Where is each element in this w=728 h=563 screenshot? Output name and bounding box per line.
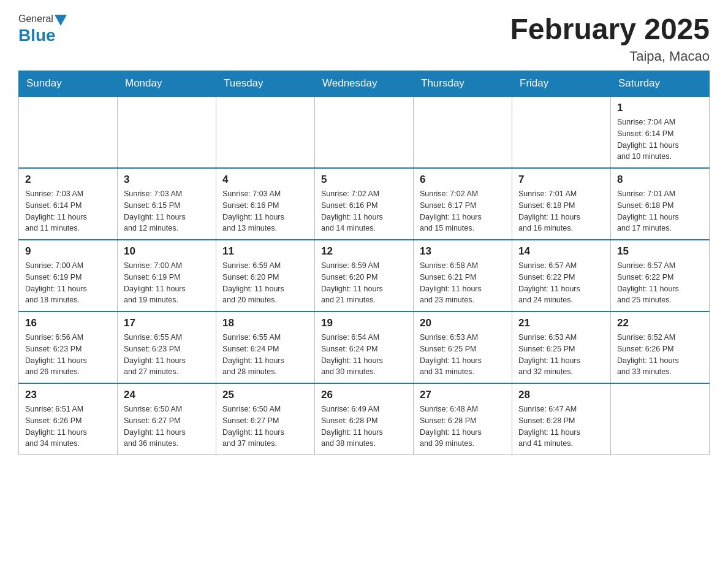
day-number: 4 [222, 174, 308, 186]
day-info: Sunrise: 6:50 AM Sunset: 6:27 PM Dayligh… [124, 404, 210, 450]
day-info: Sunrise: 7:01 AM Sunset: 6:18 PM Dayligh… [518, 188, 604, 234]
calendar-cell [19, 96, 118, 168]
calendar-cell: 3Sunrise: 7:03 AM Sunset: 6:15 PM Daylig… [118, 168, 216, 240]
calendar-cell: 16Sunrise: 6:56 AM Sunset: 6:23 PM Dayli… [19, 312, 118, 383]
calendar-cell: 19Sunrise: 6:54 AM Sunset: 6:24 PM Dayli… [315, 312, 414, 383]
header-sunday: Sunday [19, 71, 118, 97]
subtitle: Taipa, Macao [510, 48, 710, 64]
day-info: Sunrise: 6:56 AM Sunset: 6:23 PM Dayligh… [25, 332, 111, 378]
calendar-cell: 22Sunrise: 6:52 AM Sunset: 6:26 PM Dayli… [611, 312, 710, 383]
day-number: 16 [25, 317, 111, 329]
day-info: Sunrise: 6:58 AM Sunset: 6:21 PM Dayligh… [420, 260, 506, 306]
day-number: 1 [617, 102, 703, 114]
day-info: Sunrise: 7:02 AM Sunset: 6:16 PM Dayligh… [321, 188, 407, 234]
day-number: 7 [518, 174, 604, 186]
calendar-cell: 14Sunrise: 6:57 AM Sunset: 6:22 PM Dayli… [512, 240, 611, 312]
week-row-3: 9Sunrise: 7:00 AM Sunset: 6:19 PM Daylig… [19, 240, 710, 312]
day-number: 15 [617, 245, 703, 258]
day-info: Sunrise: 7:00 AM Sunset: 6:19 PM Dayligh… [124, 260, 210, 306]
calendar-cell: 12Sunrise: 6:59 AM Sunset: 6:20 PM Dayli… [315, 240, 414, 312]
calendar-cell: 26Sunrise: 6:49 AM Sunset: 6:28 PM Dayli… [315, 383, 414, 455]
day-number: 2 [25, 174, 111, 186]
day-number: 21 [518, 317, 604, 329]
day-number: 25 [222, 389, 308, 401]
day-info: Sunrise: 6:55 AM Sunset: 6:24 PM Dayligh… [222, 332, 308, 378]
week-row-2: 2Sunrise: 7:03 AM Sunset: 6:14 PM Daylig… [19, 168, 710, 240]
week-row-4: 16Sunrise: 6:56 AM Sunset: 6:23 PM Dayli… [19, 312, 710, 383]
calendar-cell [315, 96, 414, 168]
calendar-cell: 17Sunrise: 6:55 AM Sunset: 6:23 PM Dayli… [118, 312, 216, 383]
day-number: 27 [420, 389, 506, 401]
day-number: 10 [124, 245, 210, 258]
day-number: 8 [617, 174, 703, 186]
calendar-cell: 10Sunrise: 7:00 AM Sunset: 6:19 PM Dayli… [118, 240, 216, 312]
day-number: 14 [518, 245, 604, 258]
day-number: 9 [25, 245, 111, 258]
calendar-cell: 15Sunrise: 6:57 AM Sunset: 6:22 PM Dayli… [611, 240, 710, 312]
calendar-cell: 7Sunrise: 7:01 AM Sunset: 6:18 PM Daylig… [512, 168, 611, 240]
header-saturday: Saturday [611, 71, 710, 97]
calendar-cell: 23Sunrise: 6:51 AM Sunset: 6:26 PM Dayli… [19, 383, 118, 455]
calendar-cell [216, 96, 315, 168]
week-row-5: 23Sunrise: 6:51 AM Sunset: 6:26 PM Dayli… [19, 383, 710, 455]
calendar-cell [512, 96, 611, 168]
calendar-cell: 9Sunrise: 7:00 AM Sunset: 6:19 PM Daylig… [19, 240, 118, 312]
day-info: Sunrise: 6:59 AM Sunset: 6:20 PM Dayligh… [321, 260, 407, 306]
day-number: 11 [222, 245, 308, 258]
day-number: 3 [124, 174, 210, 186]
day-number: 20 [420, 317, 506, 329]
header-tuesday: Tuesday [216, 71, 315, 97]
calendar-cell: 11Sunrise: 6:59 AM Sunset: 6:20 PM Dayli… [216, 240, 315, 312]
calendar-cell: 2Sunrise: 7:03 AM Sunset: 6:14 PM Daylig… [19, 168, 118, 240]
day-info: Sunrise: 6:51 AM Sunset: 6:26 PM Dayligh… [25, 404, 111, 450]
day-info: Sunrise: 6:59 AM Sunset: 6:20 PM Dayligh… [222, 260, 308, 306]
calendar-cell: 13Sunrise: 6:58 AM Sunset: 6:21 PM Dayli… [414, 240, 512, 312]
day-number: 24 [124, 389, 210, 401]
day-info: Sunrise: 7:00 AM Sunset: 6:19 PM Dayligh… [25, 260, 111, 306]
day-number: 28 [518, 389, 604, 401]
day-number: 5 [321, 174, 407, 186]
logo-blue-text: Blue [18, 26, 56, 45]
header-wednesday: Wednesday [315, 71, 414, 97]
title-section: February 2025 Taipa, Macao [510, 12, 710, 64]
day-number: 23 [25, 389, 111, 401]
day-info: Sunrise: 6:49 AM Sunset: 6:28 PM Dayligh… [321, 404, 407, 450]
main-title: February 2025 [510, 12, 710, 46]
calendar-cell: 1Sunrise: 7:04 AM Sunset: 6:14 PM Daylig… [611, 96, 710, 168]
day-info: Sunrise: 6:48 AM Sunset: 6:28 PM Dayligh… [420, 404, 506, 450]
day-number: 13 [420, 245, 506, 258]
day-info: Sunrise: 6:53 AM Sunset: 6:25 PM Dayligh… [518, 332, 604, 378]
day-info: Sunrise: 6:57 AM Sunset: 6:22 PM Dayligh… [617, 260, 703, 306]
day-info: Sunrise: 6:53 AM Sunset: 6:25 PM Dayligh… [420, 332, 506, 378]
calendar-cell [414, 96, 512, 168]
day-info: Sunrise: 7:03 AM Sunset: 6:14 PM Dayligh… [25, 188, 111, 234]
calendar-cell: 25Sunrise: 6:50 AM Sunset: 6:27 PM Dayli… [216, 383, 315, 455]
page-header: General Blue February 2025 Taipa, Macao [18, 12, 710, 64]
day-info: Sunrise: 7:01 AM Sunset: 6:18 PM Dayligh… [617, 188, 703, 234]
day-number: 19 [321, 317, 407, 329]
week-row-1: 1Sunrise: 7:04 AM Sunset: 6:14 PM Daylig… [19, 96, 710, 168]
day-info: Sunrise: 6:50 AM Sunset: 6:27 PM Dayligh… [222, 404, 308, 450]
day-info: Sunrise: 6:47 AM Sunset: 6:28 PM Dayligh… [518, 404, 604, 450]
calendar-cell: 8Sunrise: 7:01 AM Sunset: 6:18 PM Daylig… [611, 168, 710, 240]
calendar-cell: 6Sunrise: 7:02 AM Sunset: 6:17 PM Daylig… [414, 168, 512, 240]
day-number: 17 [124, 317, 210, 329]
calendar-table: SundayMondayTuesdayWednesdayThursdayFrid… [18, 71, 710, 455]
calendar-cell: 21Sunrise: 6:53 AM Sunset: 6:25 PM Dayli… [512, 312, 611, 383]
calendar-cell: 20Sunrise: 6:53 AM Sunset: 6:25 PM Dayli… [414, 312, 512, 383]
day-info: Sunrise: 7:04 AM Sunset: 6:14 PM Dayligh… [617, 117, 703, 163]
calendar-cell: 28Sunrise: 6:47 AM Sunset: 6:28 PM Dayli… [512, 383, 611, 455]
day-info: Sunrise: 6:52 AM Sunset: 6:26 PM Dayligh… [617, 332, 703, 378]
day-number: 12 [321, 245, 407, 258]
calendar-cell [118, 96, 216, 168]
header-friday: Friday [512, 71, 611, 97]
logo-general-text: General [18, 13, 53, 25]
header-monday: Monday [118, 71, 216, 97]
calendar-cell [611, 383, 710, 455]
day-info: Sunrise: 7:03 AM Sunset: 6:15 PM Dayligh… [124, 188, 210, 234]
day-number: 6 [420, 174, 506, 186]
calendar-cell: 24Sunrise: 6:50 AM Sunset: 6:27 PM Dayli… [118, 383, 216, 455]
logo-triangle-icon [55, 15, 67, 26]
logo: General Blue [18, 12, 68, 45]
day-number: 18 [222, 317, 308, 329]
